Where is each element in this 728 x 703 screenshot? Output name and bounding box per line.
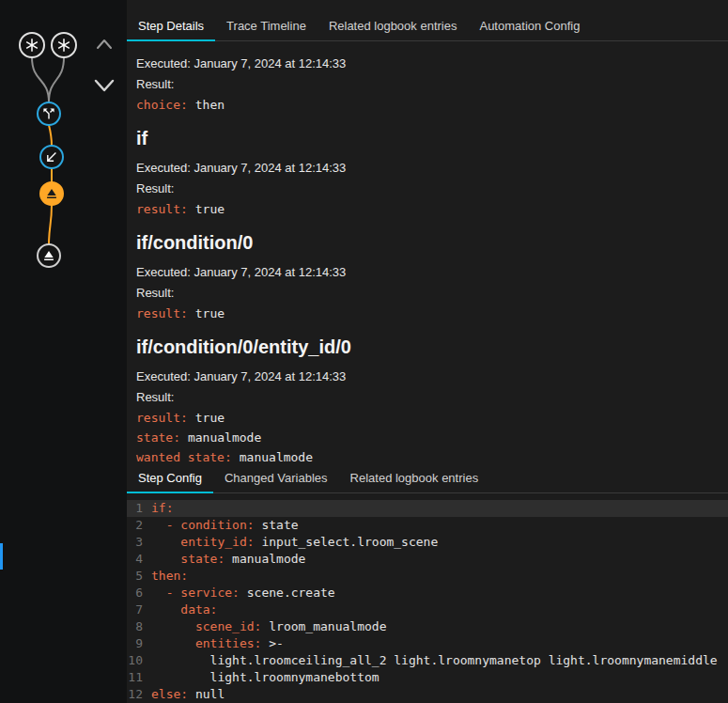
code-line[interactable]: 9 entities: >- (127, 635, 728, 652)
executed-timestamp: Executed: January 7, 2024 at 12:14:33 (136, 55, 717, 71)
code-line-content: - condition: state (151, 517, 299, 534)
previous-node-button[interactable] (98, 40, 111, 48)
code-line[interactable]: 7 data: (127, 601, 728, 618)
tab-related-logbook-entries-bottom[interactable]: Related logbook entries (339, 463, 490, 493)
trigger-node-2[interactable] (52, 33, 76, 57)
executed-timestamp: Executed: January 7, 2024 at 12:14:33 (136, 160, 717, 176)
kv-value: true (195, 411, 225, 425)
step-path-heading: if (136, 128, 717, 149)
result-label: Result: (136, 76, 717, 92)
trigger-node-1[interactable] (20, 33, 44, 57)
trace-step-section: if/condition/0 Executed: January 7, 2024… (136, 232, 717, 322)
step-path-heading: if/condition/0 (136, 232, 717, 254)
automation-trace-screen: Step Details Trace Timeline Related logb… (0, 0, 728, 703)
line-number: 6 (127, 585, 143, 601)
code-line[interactable]: 11 light.lroomnymanebottom (127, 669, 728, 686)
result-kv: wanted_state:manualmode (136, 449, 717, 461)
result-kv: choice:then (136, 97, 717, 114)
line-number: 2 (127, 517, 143, 534)
code-line[interactable]: 4 state: manualmode (127, 551, 728, 568)
code-line-content: light.lroomceiling_all_2 light.lroomnyma… (151, 652, 718, 669)
kv-key: result: (136, 306, 188, 320)
code-line-content: - service: scene.create (151, 585, 335, 601)
line-number: 9 (127, 635, 143, 652)
step-config-tab-bar: Step Config Changed Variables Related lo… (127, 461, 728, 493)
code-line[interactable]: 1if: (127, 500, 728, 517)
kv-value: true (195, 306, 225, 320)
code-line[interactable]: 5then: (127, 568, 728, 585)
connector-line-active (49, 205, 52, 244)
line-number: 3 (127, 534, 143, 551)
code-line[interactable]: 8 scene_id: lroom_manualmode (127, 618, 728, 635)
trace-tab-bar: Step Details Trace Timeline Related logb… (127, 0, 728, 41)
kv-key: wanted_state: (136, 450, 232, 461)
code-line[interactable]: 3 entity_id: input_select.lroom_scene (127, 534, 728, 551)
kv-key: result: (136, 202, 188, 216)
next-node-button[interactable] (96, 81, 113, 90)
code-line-content: if: (151, 500, 173, 517)
kv-key: result: (136, 411, 188, 425)
tab-step-config[interactable]: Step Config (127, 463, 213, 493)
trace-graph (0, 9, 127, 291)
trace-step-section: if Executed: January 7, 2024 at 12:14:33… (136, 128, 717, 218)
tab-step-details[interactable]: Step Details (127, 11, 215, 41)
trace-step-section: Executed: January 7, 2024 at 12:14:33 Re… (136, 55, 717, 114)
line-number: 7 (127, 601, 143, 618)
code-line-content: state: manualmode (151, 551, 305, 568)
code-line-content: else: null (151, 686, 225, 703)
chevron-up-icon (98, 40, 111, 48)
trace-main-panel: Step Details Trace Timeline Related logb… (127, 0, 728, 703)
executed-timestamp: Executed: January 7, 2024 at 12:14:33 (136, 264, 717, 280)
executed-timestamp: Executed: January 7, 2024 at 12:14:33 (136, 368, 717, 384)
result-kv: result:true (136, 201, 717, 218)
connector-line-active (49, 125, 52, 146)
code-line-content: then: (151, 568, 188, 585)
line-number: 11 (127, 669, 143, 686)
condition-node[interactable] (40, 146, 63, 168)
choose-node[interactable] (38, 102, 60, 125)
result-kv: state:manualmode (136, 430, 717, 446)
action-node[interactable] (38, 244, 60, 267)
code-editor[interactable]: 1if:2 - condition: state3 entity_id: inp… (127, 493, 728, 703)
kv-value: manualmode (240, 450, 313, 461)
kv-key: state: (136, 430, 180, 445)
tab-changed-variables[interactable]: Changed Variables (213, 463, 339, 493)
code-line[interactable]: 10 light.lroomceiling_all_2 light.lroomn… (127, 652, 728, 669)
result-kv: result:true (136, 410, 717, 427)
action-node-selected[interactable] (40, 182, 63, 205)
kv-value: then (195, 98, 225, 112)
code-line-content: entities: >- (151, 635, 284, 652)
line-number: 10 (127, 652, 143, 669)
result-label: Result: (136, 285, 717, 301)
code-line-content: entity_id: input_select.lroom_scene (151, 534, 438, 551)
line-number: 1 (127, 500, 143, 517)
step-details-panel: Executed: January 7, 2024 at 12:14:33 Re… (127, 41, 728, 461)
line-number: 8 (127, 618, 143, 635)
connector-line (32, 57, 49, 102)
code-line[interactable]: 12else: null (127, 686, 728, 703)
code-line[interactable]: 2 - condition: state (127, 517, 728, 534)
tab-related-logbook-entries[interactable]: Related logbook entries (318, 11, 469, 41)
scroll-position-indicator[interactable] (0, 543, 3, 570)
step-path-heading: if/condition/0/entity_id/0 (136, 336, 717, 358)
code-line-content: scene_id: lroom_manualmode (151, 618, 386, 635)
code-line-content: light.lroomnymanebottom (151, 669, 379, 686)
result-label: Result: (136, 389, 717, 405)
tab-automation-config[interactable]: Automation Config (468, 11, 591, 41)
code-line[interactable]: 6 - service: scene.create (127, 585, 728, 601)
code-line-content: data: (151, 601, 217, 618)
kv-key: choice: (136, 98, 188, 112)
line-number: 12 (127, 686, 143, 703)
result-label: Result: (136, 180, 717, 196)
line-number: 4 (127, 551, 143, 568)
chevron-down-icon (96, 81, 113, 90)
kv-value: manualmode (188, 430, 261, 445)
line-number: 5 (127, 568, 143, 585)
connector-line (49, 57, 64, 102)
kv-value: true (195, 202, 225, 216)
trace-step-section: if/condition/0/entity_id/0 Executed: Jan… (136, 336, 717, 461)
result-kv: result:true (136, 305, 717, 322)
trace-graph-sidebar (0, 0, 127, 703)
tab-trace-timeline[interactable]: Trace Timeline (215, 11, 318, 41)
